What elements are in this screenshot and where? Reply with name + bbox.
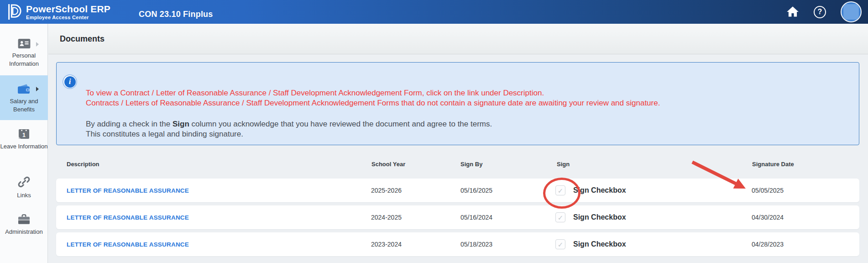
table-row: LETTER OF REASONABLE ASSURANCE 2023-2024… xyxy=(56,232,859,256)
id-card-icon xyxy=(18,39,31,48)
sidebar-item-personal-information[interactable]: Personal Information xyxy=(0,37,48,74)
sidebar-item-salary-and-benefits[interactable]: Salary and Benefits xyxy=(0,75,48,120)
table-row: LETTER OF REASONABLE ASSURANCE 2025-2026… xyxy=(56,179,859,202)
main-content: Documents i To view a Contract / Letter … xyxy=(48,24,868,263)
sidebar-item-links[interactable]: Links xyxy=(0,176,48,208)
page-titlebar: Documents xyxy=(48,24,868,54)
sidebar-item-label: Leave Information xyxy=(0,142,48,151)
app-subtitle: Employee Access Center xyxy=(26,15,110,20)
info-icon: i xyxy=(63,74,77,89)
table-row: LETTER OF REASONABLE ASSURANCE 2024-2025… xyxy=(56,205,859,229)
column-header-description: Description xyxy=(67,161,99,168)
document-link[interactable]: LETTER OF REASONABLE ASSURANCE xyxy=(67,187,189,194)
sidebar-item-label: Administration xyxy=(0,228,48,236)
help-icon[interactable] xyxy=(814,6,826,18)
app-header: PowerSchool ERP Employee Access Center C… xyxy=(0,0,868,24)
notice-red-line2: Contracts / Letters of Reasonable Assura… xyxy=(86,99,660,107)
notice-body-text: By adding a check in the Sign column you… xyxy=(86,119,660,139)
environment-label: CON 23.10 Finplus xyxy=(139,10,213,19)
column-header-sign: Sign xyxy=(557,161,570,168)
signature-date-value: 05/05/2025 xyxy=(752,187,784,194)
briefcase-icon xyxy=(18,214,30,225)
document-link[interactable]: LETTER OF REASONABLE ASSURANCE xyxy=(67,241,189,248)
sign-checkbox[interactable] xyxy=(555,239,565,249)
page-title: Documents xyxy=(60,34,105,44)
notice-red-line1: To view a Contract / Letter of Reasonabl… xyxy=(86,89,544,97)
notice-red-text: To view a Contract / Letter of Reasonabl… xyxy=(86,88,660,108)
calendar-icon: 1 xyxy=(18,128,30,139)
school-year-value: 2025-2026 xyxy=(371,187,402,194)
sign-checkbox[interactable] xyxy=(555,185,565,195)
sidebar-item-label: Links xyxy=(0,191,48,200)
home-icon[interactable] xyxy=(786,6,799,18)
sidebar-item-leave-information[interactable]: 1 Leave Information xyxy=(0,128,48,167)
column-header-sign-by: Sign By xyxy=(460,161,482,168)
info-notice-box: i To view a Contract / Letter of Reasona… xyxy=(56,62,859,145)
sidebar-item-label: Personal Information xyxy=(0,52,48,68)
sidebar-item-administration[interactable]: Administration xyxy=(0,214,48,246)
chevron-right-icon xyxy=(36,87,39,91)
column-header-school-year: School Year xyxy=(371,161,405,168)
logo-block: PowerSchool ERP Employee Access Center xyxy=(6,3,110,21)
sign-checkbox[interactable] xyxy=(555,212,565,222)
school-year-value: 2023-2024 xyxy=(371,241,402,248)
sidebar-item-label: Salary and Benefits xyxy=(0,97,48,114)
document-link[interactable]: LETTER OF REASONABLE ASSURANCE xyxy=(67,214,189,221)
sign-checkbox-label: Sign Checkbox xyxy=(573,213,626,221)
signature-date-value: 04/28/2023 xyxy=(752,241,784,248)
avatar-image xyxy=(843,4,859,20)
app-window: PowerSchool ERP Employee Access Center C… xyxy=(0,0,868,263)
school-year-value: 2024-2025 xyxy=(371,214,402,221)
sign-by-value: 05/18/2023 xyxy=(460,241,492,248)
signature-date-value: 04/30/2024 xyxy=(752,214,784,221)
link-icon xyxy=(18,176,30,188)
wallet-icon xyxy=(17,84,31,94)
sign-by-value: 05/16/2024 xyxy=(460,214,492,221)
chevron-right-icon xyxy=(36,42,39,47)
sign-by-value: 05/16/2025 xyxy=(460,187,492,194)
sign-checkbox-label: Sign Checkbox xyxy=(573,186,626,195)
svg-text:1: 1 xyxy=(22,132,26,138)
header-actions xyxy=(786,0,862,24)
user-avatar[interactable] xyxy=(841,1,862,22)
sidebar: Personal Information Salary and Benefits… xyxy=(0,24,48,263)
app-title: PowerSchool ERP xyxy=(26,4,110,14)
powerschool-logo-icon xyxy=(6,3,22,21)
table-header-row: Description School Year Sign By Sign Sig… xyxy=(56,161,859,172)
column-header-signature-date: Signature Date xyxy=(752,161,794,168)
sign-checkbox-label: Sign Checkbox xyxy=(573,240,626,248)
